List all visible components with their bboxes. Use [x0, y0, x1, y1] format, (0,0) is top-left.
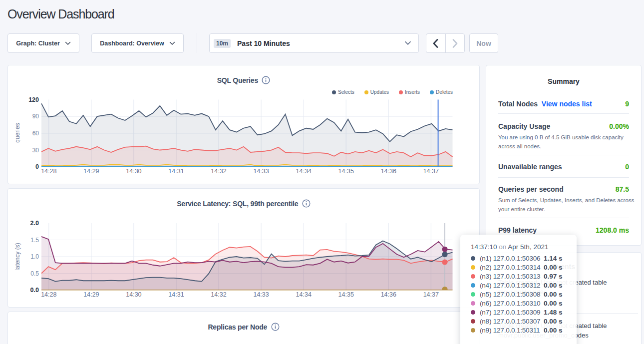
svg-text:30: 30	[32, 147, 39, 154]
svg-text:latency (s): latency (s)	[14, 243, 21, 270]
svg-text:queries: queries	[14, 123, 21, 142]
svg-text:14:33: 14:33	[253, 291, 269, 298]
svg-text:14:33: 14:33	[253, 168, 269, 175]
svg-text:1.5: 1.5	[30, 237, 39, 244]
svg-text:60: 60	[32, 130, 39, 137]
svg-text:14:35: 14:35	[338, 168, 354, 175]
svg-text:90: 90	[32, 113, 39, 120]
svg-text:14:34: 14:34	[296, 291, 312, 298]
svg-text:14:31: 14:31	[168, 291, 184, 298]
svg-text:14:36: 14:36	[381, 168, 396, 175]
svg-text:14:34: 14:34	[296, 168, 312, 175]
svg-text:14:28: 14:28	[41, 291, 56, 298]
svg-text:14:30: 14:30	[126, 168, 141, 175]
svg-text:14:37: 14:37	[423, 168, 439, 175]
svg-text:14:32: 14:32	[211, 168, 226, 175]
svg-text:14:35: 14:35	[338, 291, 354, 298]
svg-text:14:37: 14:37	[423, 291, 439, 298]
svg-text:14:36: 14:36	[381, 291, 396, 298]
svg-text:0.5: 0.5	[30, 270, 39, 277]
svg-text:14:30: 14:30	[126, 291, 141, 298]
svg-text:14:32: 14:32	[211, 291, 226, 298]
svg-text:0.0: 0.0	[30, 287, 39, 294]
svg-text:14:29: 14:29	[83, 168, 99, 175]
svg-text:14:28: 14:28	[41, 168, 56, 175]
svg-text:1.0: 1.0	[30, 253, 39, 260]
svg-text:14:31: 14:31	[168, 168, 184, 175]
svg-text:2.0: 2.0	[30, 220, 39, 227]
svg-text:14:29: 14:29	[83, 291, 99, 298]
svg-text:120: 120	[28, 96, 39, 103]
svg-text:0: 0	[35, 163, 39, 170]
